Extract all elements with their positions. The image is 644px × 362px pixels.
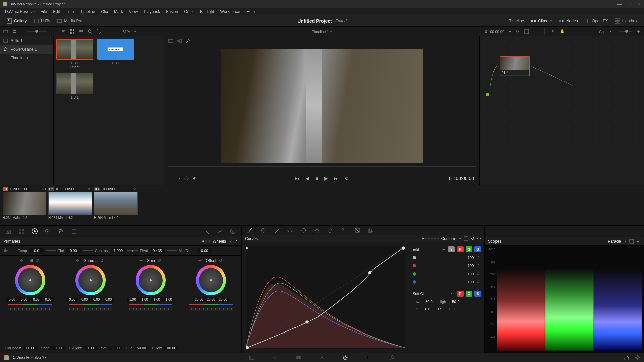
offset-jog[interactable] [189, 307, 233, 311]
menu-fairlight[interactable]: Fairlight [197, 9, 217, 14]
last-frame-button[interactable]: ⏭ [334, 176, 339, 181]
lift-jog[interactable] [8, 307, 52, 311]
stack-view-icon[interactable] [11, 28, 17, 35]
timeline-name[interactable]: Timeline 1▾ [312, 29, 332, 34]
menu-mark[interactable]: Mark [111, 9, 126, 14]
shad-value[interactable]: 0.00 [51, 346, 65, 350]
channel-g-button[interactable]: G [466, 246, 472, 252]
chevron-down-icon[interactable]: ▾ [179, 177, 181, 180]
scopes-mode[interactable]: Parade [608, 239, 621, 244]
timeline-tab[interactable]: Timeline [498, 17, 527, 25]
camera-raw-icon[interactable] [5, 228, 12, 235]
viewer-canvas[interactable] [164, 46, 479, 166]
reset-icon[interactable]: ↺ [471, 236, 474, 241]
lightbox-tab[interactable]: Lightbox [611, 17, 641, 25]
stop-button[interactable]: ■ [315, 176, 318, 181]
more-icon[interactable]: ⋯ [477, 236, 481, 241]
play-button[interactable]: ▶ [324, 176, 328, 181]
fairlight-page-button[interactable] [366, 354, 372, 361]
primaries-mode[interactable]: Wheels [213, 239, 226, 244]
refresh-icon[interactable]: ↻ [514, 28, 520, 35]
sidebar-item-timelines[interactable]: Timelines [0, 54, 53, 62]
pick-white-icon[interactable] [11, 248, 16, 253]
picker-icon[interactable]: ✛ [20, 258, 25, 263]
expand-icon[interactable] [96, 28, 102, 35]
more-icon[interactable]: ⋯ [533, 28, 539, 35]
pivot-slider[interactable] [167, 250, 177, 251]
qualifier-icon[interactable] [273, 227, 280, 234]
info-icon[interactable] [229, 228, 236, 235]
clips-tab[interactable]: Clips▾ [527, 17, 555, 25]
first-frame-button[interactable]: ⏮ [295, 176, 300, 181]
reset-icon[interactable]: ↺ [100, 258, 105, 263]
hue-value[interactable]: 50.00 [134, 346, 149, 350]
list-icon[interactable] [78, 28, 84, 35]
menu-timeline[interactable]: Timeline [77, 9, 98, 14]
contrast-value[interactable]: 1.000 [111, 248, 125, 253]
mediapool-tab[interactable]: Media Pool [53, 17, 88, 25]
motion-icon[interactable] [70, 228, 78, 235]
fusion-page-button[interactable] [319, 354, 325, 361]
expand-nodes-icon[interactable] [635, 28, 641, 35]
temp-value[interactable]: 0.0 [29, 248, 44, 253]
loop-button[interactable]: ↻ [345, 176, 349, 181]
color-page-button[interactable] [342, 354, 349, 361]
sat-value[interactable]: 50.00 [108, 346, 122, 350]
picker-icon[interactable]: ✛ [139, 258, 144, 263]
volume-icon[interactable] [192, 176, 197, 181]
hilight-value[interactable]: 0.00 [83, 346, 98, 350]
softclip-hs[interactable]: 0.0 [449, 307, 454, 311]
temp-slider[interactable] [46, 250, 56, 251]
gamma-jog[interactable] [69, 307, 112, 311]
tint-slider[interactable] [83, 250, 93, 251]
settings-icon[interactable] [635, 355, 640, 360]
reset-icon[interactable]: ↺ [219, 258, 224, 263]
gamma-wheel[interactable] [75, 265, 106, 295]
menu-help[interactable]: Help [243, 9, 258, 14]
menu-fusion[interactable]: Fusion [163, 9, 181, 14]
edit-page-button[interactable] [295, 354, 302, 361]
openfx-tab[interactable]: Open FX [581, 17, 611, 25]
menu-view[interactable]: View [126, 9, 141, 14]
sizing-icon[interactable] [354, 227, 361, 234]
menu-file[interactable]: File [38, 9, 50, 14]
chevron-down-icon[interactable]: ▾ [134, 30, 136, 33]
picker-icon[interactable]: ✛ [198, 258, 203, 263]
channel-r-button[interactable]: R [457, 246, 464, 252]
channel-y-button[interactable]: Y [448, 246, 455, 252]
color-wheels-icon[interactable] [32, 228, 38, 234]
viewer-scrubber[interactable] [164, 166, 479, 172]
link-icon[interactable] [441, 247, 446, 252]
softclip-low[interactable]: 50.0 [425, 300, 432, 304]
key-icon[interactable] [340, 227, 347, 234]
softclip-b-button[interactable]: B [474, 291, 481, 297]
node[interactable]: 01 ⤴ [500, 56, 530, 76]
reset-icon[interactable]: ↺ [158, 258, 162, 263]
transport-timecode[interactable]: 01:00:00:00 [449, 176, 474, 181]
fullscreen-icon[interactable] [524, 28, 530, 35]
keyframe-icon[interactable] [205, 228, 212, 235]
expand-icon[interactable] [464, 236, 468, 241]
curves-icon[interactable] [246, 227, 254, 234]
gallery-thumb[interactable]: ORIGINAL 1.3.1 [97, 39, 134, 69]
close-button[interactable]: ✕ [638, 2, 641, 7]
softclip-high[interactable]: 50.0 [452, 300, 459, 304]
menu-workspace[interactable]: Workspace [217, 9, 244, 14]
node-input-connector[interactable] [486, 93, 489, 96]
clip-dropdown[interactable]: Clip [599, 29, 605, 34]
softclip-r-button[interactable]: R [457, 291, 464, 297]
curve-graph[interactable] [241, 242, 409, 353]
gallery-thumb[interactable]: 1.3.1 [56, 73, 93, 99]
3d-icon[interactable] [367, 227, 374, 234]
gain-wheel[interactable] [136, 265, 166, 295]
luts-tab[interactable]: LUTs [30, 17, 53, 25]
reset-icon[interactable]: ↺ [234, 239, 238, 244]
scopes-toggle-icon[interactable] [217, 228, 224, 235]
magic-icon[interactable] [185, 38, 191, 44]
link-icon[interactable] [450, 291, 455, 296]
gain-jog[interactable] [129, 307, 172, 311]
lift-wheel[interactable] [15, 265, 45, 295]
clip-view-icon[interactable] [3, 28, 9, 35]
hdr-icon[interactable] [44, 228, 51, 235]
tracker-icon[interactable] [300, 227, 307, 234]
